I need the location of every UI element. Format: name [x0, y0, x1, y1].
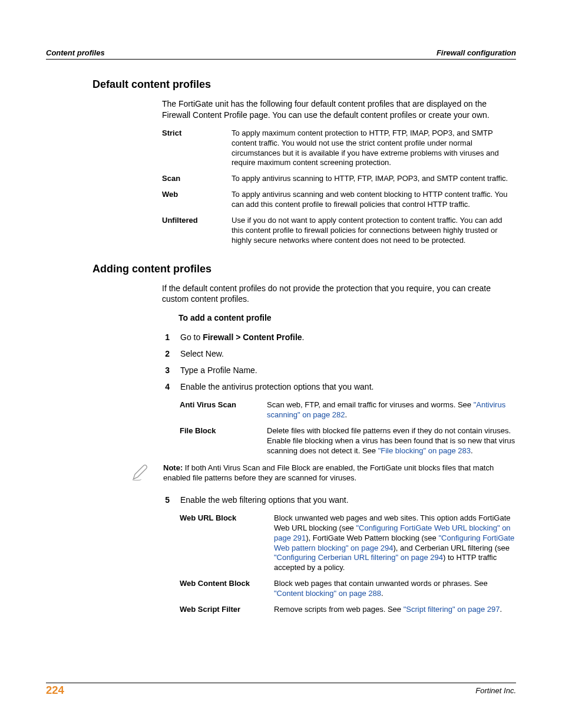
step1-bold: Firewall > Content Profile: [203, 332, 302, 342]
term-web: Web: [162, 190, 227, 210]
step1-suffix: .: [302, 332, 305, 342]
term-strict: Strict: [162, 129, 227, 169]
desc-file-block: Delete files with blocked file patterns …: [267, 426, 516, 456]
link-file-blocking[interactable]: "File blocking" on page 283: [378, 446, 471, 455]
heading-default-profiles: Default content profiles: [92, 78, 516, 91]
term-url-block: Web URL Block: [180, 513, 269, 573]
wf-sf-t1: Remove scripts from web pages. See: [274, 605, 404, 614]
step-body: Enable the web filtering options that yo…: [180, 495, 516, 505]
running-header-left: Content profiles: [46, 48, 105, 58]
note-block: Note: If both Anti Virus Scan and File B…: [130, 463, 516, 485]
step-num: 4: [153, 381, 170, 392]
antivirus-options: Anti Virus Scan Scan web, FTP, and email…: [180, 400, 516, 456]
wf-urlblock-t2: ), FortiGate Web Pattern blocking (see: [306, 533, 438, 542]
term-file-block: File Block: [180, 426, 262, 456]
desc-unfiltered: Use if you do not want to apply content …: [232, 216, 516, 246]
step-num: 3: [153, 365, 170, 375]
desc-content-block: Block web pages that contain unwanted wo…: [274, 579, 516, 599]
step-body: Go to Firewall > Content Profile.: [180, 332, 516, 342]
step-body: Select New.: [180, 348, 516, 359]
intro-adding: If the default content profiles do not p…: [162, 283, 516, 304]
link-content-blocking[interactable]: "Content blocking" on page 288: [274, 589, 381, 598]
term-unfiltered: Unfiltered: [162, 216, 227, 246]
note-text: Note: If both Anti Virus Scan and File B…: [163, 463, 516, 483]
step-3: 3 Type a Profile Name.: [153, 365, 516, 375]
heading-adding-profiles: Adding content profiles: [92, 262, 516, 276]
step-1: 1 Go to Firewall > Content Profile.: [153, 332, 516, 342]
av1-post: .: [471, 446, 473, 455]
steps-list-cont: 5 Enable the web filtering options that …: [92, 495, 516, 505]
pencil-note-icon: [130, 463, 149, 482]
step-num: 1: [153, 332, 170, 342]
webfilter-options: Web URL Block Block unwanted web pages a…: [180, 513, 516, 615]
intro-default: The FortiGate unit has the following fou…: [162, 98, 516, 120]
step-5: 5 Enable the web filtering options that …: [153, 495, 516, 505]
note-body: If both Anti Virus Scan and File Block a…: [163, 463, 494, 482]
wf-cb-t2: .: [381, 589, 384, 598]
wf-urlblock-t3: ), and Cerberian URL filtering (see: [393, 543, 510, 552]
header-rule: [46, 59, 516, 60]
link-script-filtering[interactable]: "Script filtering" on page 297: [404, 605, 500, 614]
desc-scan: To apply antivirus scanning to HTTP, FTP…: [232, 174, 516, 184]
step-num: 5: [153, 495, 170, 505]
av0-post: .: [345, 410, 348, 419]
desc-web: To apply antivirus scanning and web cont…: [232, 190, 516, 210]
desc-url-block: Block unwanted web pages and web sites. …: [274, 513, 516, 573]
steps-list: 1 Go to Firewall > Content Profile. 2 Se…: [92, 332, 516, 393]
step-body: Enable the antivirus protection options …: [180, 381, 516, 392]
document-page: Content profiles Firewall configuration …: [0, 0, 562, 728]
link-cerberian-filter[interactable]: "Configuring Cerberian URL filtering" on…: [274, 553, 443, 562]
term-av-scan: Anti Virus Scan: [180, 400, 262, 420]
wf-sf-t2: .: [500, 605, 503, 614]
term-scan: Scan: [162, 174, 227, 184]
step-num: 2: [153, 348, 170, 359]
running-header-right: Firewall configuration: [437, 48, 516, 58]
av0-pre: Scan web, FTP, and email traffic for vir…: [267, 400, 474, 409]
footer-rule: [46, 683, 516, 683]
subhead-to-add: To add a content profile: [178, 312, 516, 323]
note-icon: [130, 463, 157, 485]
step-body: Type a Profile Name.: [180, 365, 516, 375]
step-4: 4 Enable the antivirus protection option…: [153, 381, 516, 392]
step-2: 2 Select New.: [153, 348, 516, 359]
page-number: 224: [46, 683, 64, 697]
step1-prefix: Go to: [180, 332, 203, 342]
footer-company: Fortinet Inc.: [475, 686, 516, 696]
wf-cb-t1: Block web pages that contain unwanted wo…: [274, 579, 488, 588]
desc-script-filter: Remove scripts from web pages. See "Scri…: [274, 605, 516, 615]
note-bold: Note:: [163, 463, 183, 472]
term-script-filter: Web Script Filter: [180, 605, 269, 615]
main-content: Default content profiles The FortiGate u…: [92, 78, 516, 615]
term-content-block: Web Content Block: [180, 579, 269, 599]
default-profiles-list: Strict To apply maximum content protecti…: [162, 129, 516, 246]
desc-av-scan: Scan web, FTP, and email traffic for vir…: [267, 400, 516, 420]
desc-strict: To apply maximum content protection to H…: [232, 129, 516, 169]
